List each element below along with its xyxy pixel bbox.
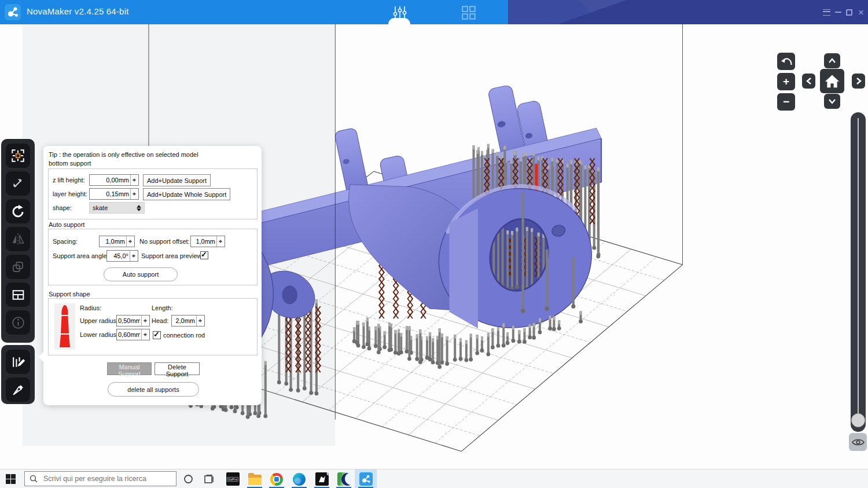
grid-view-icon[interactable] xyxy=(461,5,477,21)
scale-button[interactable] xyxy=(6,171,30,196)
layer-slider-handle[interactable] xyxy=(851,413,865,427)
viewport-3d[interactable]: Tip : the operation is only effective on… xyxy=(0,24,868,469)
close-button[interactable]: × xyxy=(856,7,866,17)
taskbar-app-file-explorer[interactable] xyxy=(244,469,266,488)
upper-radius-input[interactable] xyxy=(117,315,141,326)
connection-rod-checkbox[interactable] xyxy=(153,331,161,339)
taskbar-app-crescent[interactable] xyxy=(333,469,355,488)
layer-slider[interactable] xyxy=(851,112,866,432)
taskbar-search[interactable] xyxy=(24,471,176,486)
pan-down-button[interactable] xyxy=(824,94,840,109)
manual-support-button[interactable]: Manual Support xyxy=(107,362,152,375)
pan-right-button[interactable] xyxy=(852,74,865,89)
support-area-preview-checkbox[interactable] xyxy=(200,251,208,259)
spacing-spinner[interactable] xyxy=(126,236,134,247)
support-area-angle-field xyxy=(106,250,138,262)
clone-button[interactable] xyxy=(6,255,30,279)
cad-app-icon: 6 xyxy=(315,472,329,486)
task-view-button[interactable] xyxy=(198,469,220,488)
head-label: Head: xyxy=(152,317,168,324)
layer-height-label: layer height: xyxy=(53,190,87,197)
windows-taskbar: GoPro 6 xyxy=(0,469,868,488)
no-support-offset-input[interactable] xyxy=(191,236,216,247)
delete-all-supports-button[interactable]: delete all supports xyxy=(108,382,199,397)
manual-support-pen-icon xyxy=(11,383,25,397)
taskbar-app-chrome[interactable] xyxy=(266,469,288,488)
chevron-down-icon xyxy=(828,98,836,104)
search-input[interactable] xyxy=(42,474,176,483)
cortana-button[interactable] xyxy=(177,469,199,488)
title-bar[interactable]: NovaMaker v2.4.25 64-bit × xyxy=(0,0,868,25)
no-support-offset-spinner[interactable] xyxy=(216,236,225,247)
scale-icon xyxy=(11,177,25,190)
home-icon xyxy=(824,74,840,89)
lower-radius-spinner[interactable] xyxy=(141,329,149,340)
cad-badge: 6 xyxy=(326,471,329,476)
start-button[interactable] xyxy=(6,474,16,484)
upper-radius-spinner[interactable] xyxy=(141,315,149,326)
radius-label: Radius: xyxy=(80,304,101,311)
support-area-angle-spinner[interactable] xyxy=(130,251,138,261)
support-toolbar xyxy=(1,345,35,404)
chevron-left-icon xyxy=(806,77,812,85)
head-spinner[interactable] xyxy=(196,315,204,326)
chrome-icon xyxy=(270,473,283,486)
taskbar-app-cad[interactable]: 6 xyxy=(311,469,333,488)
spacing-input[interactable] xyxy=(100,236,126,247)
support-area-angle-input[interactable] xyxy=(107,251,130,261)
connection-rod-label: connection rod xyxy=(163,332,205,339)
taskbar-app-novamaker[interactable] xyxy=(355,469,377,488)
gopro-icon: GoPro xyxy=(226,472,240,486)
panel-tip: Tip : the operation is only effective on… xyxy=(49,151,198,158)
z-lift-input[interactable] xyxy=(90,175,130,185)
manual-support-pen-button[interactable] xyxy=(6,377,30,402)
pan-left-button[interactable] xyxy=(802,74,815,89)
zoom-in-button[interactable]: + xyxy=(777,73,795,90)
add-update-support-button[interactable]: Add+Update Support xyxy=(143,174,211,186)
lower-radius-input[interactable] xyxy=(117,329,141,340)
file-explorer-icon xyxy=(248,475,262,486)
layer-height-spinner[interactable] xyxy=(130,189,138,199)
support-settings-panel: Tip : the operation is only effective on… xyxy=(43,146,262,405)
pan-up-button[interactable] xyxy=(824,53,840,68)
gopro-label: GoPro xyxy=(227,477,238,482)
restore-button[interactable] xyxy=(845,7,853,17)
upper-radius-field xyxy=(116,315,150,326)
undo-button[interactable] xyxy=(777,53,795,70)
info-button[interactable] xyxy=(6,310,30,335)
rotate-button[interactable] xyxy=(6,199,30,223)
delete-support-button[interactable]: Delete Support xyxy=(155,362,200,375)
edit-support-button[interactable] xyxy=(6,350,30,374)
window-title: NovaMaker v2.4.25 64-bit xyxy=(27,6,129,16)
mirror-button[interactable] xyxy=(6,227,30,251)
add-update-whole-support-button[interactable]: Add+Update Whole Support xyxy=(143,188,230,200)
center-model-icon xyxy=(10,148,25,163)
z-lift-spinner[interactable] xyxy=(130,175,138,185)
visibility-toggle-button[interactable] xyxy=(849,433,867,451)
length-label: Length: xyxy=(152,304,173,311)
clone-icon xyxy=(11,260,25,274)
taskbar-app-edge[interactable] xyxy=(288,469,310,488)
head-field xyxy=(171,315,205,326)
minimize-button[interactable] xyxy=(834,7,842,17)
support-area-preview-label: Support area preview xyxy=(141,252,202,259)
menu-icon[interactable] xyxy=(822,7,831,17)
home-view-button[interactable] xyxy=(820,69,844,93)
layer-slider-track xyxy=(858,118,859,414)
active-tab-notch xyxy=(388,18,410,24)
chevron-up-icon xyxy=(828,58,836,64)
bottom-support-label: bottom support xyxy=(49,160,91,167)
zoom-out-button[interactable]: − xyxy=(777,93,795,111)
layer-height-field xyxy=(89,188,139,200)
taskbar-app-gopro[interactable]: GoPro xyxy=(222,469,244,488)
titlebar-background xyxy=(0,0,868,24)
shape-value: skate xyxy=(93,204,137,211)
head-input[interactable] xyxy=(172,315,196,326)
arrange-button[interactable] xyxy=(6,282,30,307)
layer-height-input[interactable] xyxy=(90,189,130,199)
center-model-button[interactable] xyxy=(6,144,30,168)
arrange-icon xyxy=(11,288,25,302)
eye-icon xyxy=(852,438,865,446)
auto-support-button[interactable]: Auto support xyxy=(104,267,178,281)
shape-select[interactable]: skate xyxy=(89,202,145,214)
